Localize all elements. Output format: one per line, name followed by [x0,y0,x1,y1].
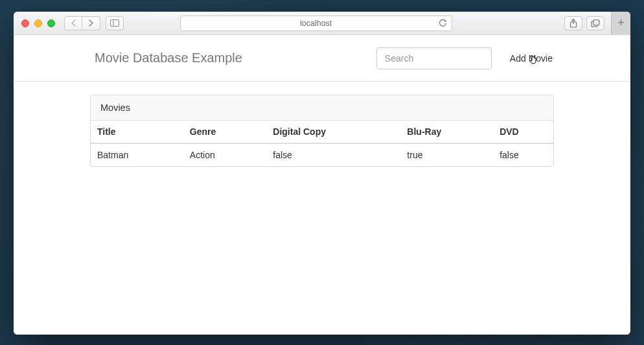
add-movie-label: Add Movie [510,53,553,64]
movies-table: Title Genre Digital Copy Blu-Ray DVD Bat… [91,121,553,166]
cell-blu-ray: true [400,143,493,166]
cell-title: Batman [91,143,183,166]
browser-titlebar: localhost + [14,12,630,35]
column-blu-ray: Blu-Ray [400,121,493,143]
address-text: localhost [300,19,332,28]
movies-panel: Movies Title Genre Digital Copy Blu-Ray … [90,95,554,167]
minimize-window-button[interactable] [34,19,42,27]
nav-buttons [64,16,100,30]
address-bar[interactable]: localhost [180,16,452,31]
window-controls [21,19,55,27]
app-brand: Movie Database Example [95,51,242,65]
page-content: Movie Database Example Add Movie Movies … [14,35,630,335]
new-tab-button[interactable]: + [611,12,630,35]
table-row[interactable]: Batman Action false true false [91,143,553,166]
cell-digital-copy: false [266,143,400,166]
browser-window: localhost + Movie Database Example Add M… [14,12,630,335]
column-genre: Genre [183,121,267,143]
svg-rect-5 [593,19,599,25]
cell-genre: Action [183,143,267,166]
column-digital-copy: Digital Copy [266,121,400,143]
reload-icon[interactable] [439,19,447,28]
toolbar-right: + [564,12,625,35]
add-movie-link[interactable]: Add Movie [510,53,553,64]
column-title: Title [91,121,183,143]
share-button[interactable] [564,16,582,30]
table-header-row: Title Genre Digital Copy Blu-Ray DVD [91,121,553,143]
close-window-button[interactable] [21,19,29,27]
maximize-window-button[interactable] [47,19,55,27]
column-dvd: DVD [493,121,553,143]
tabs-button[interactable] [586,16,604,30]
cell-dvd: false [493,143,553,166]
app-header: Movie Database Example Add Movie [14,35,630,82]
forward-button[interactable] [82,16,100,30]
search-input[interactable] [376,47,492,69]
panel-heading: Movies [91,95,553,121]
svg-rect-0 [111,20,119,27]
back-button[interactable] [64,16,82,30]
sidebar-toggle-button[interactable] [106,16,124,30]
header-right: Add Movie [376,47,553,69]
